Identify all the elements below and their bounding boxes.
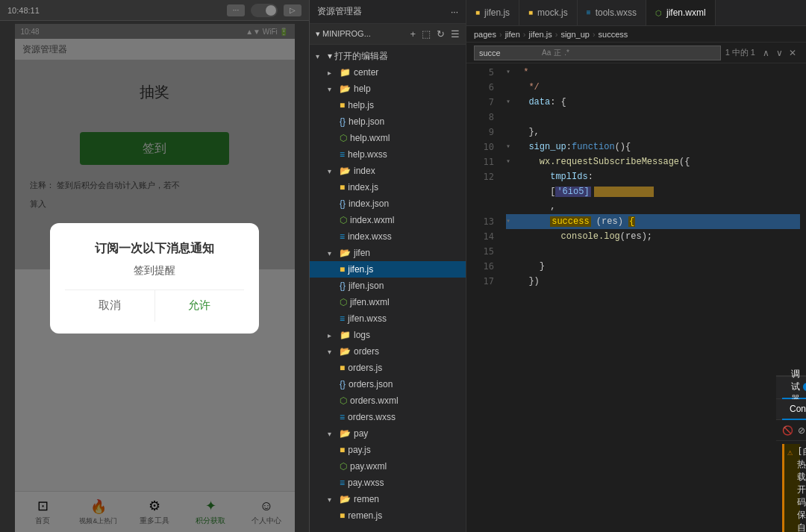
file-help-wxml[interactable]: ⬡ help.wxml (310, 130, 466, 146)
modal-overlay: 订阅一次以下消息通知 签到提醒 取消 允许 (15, 24, 295, 532)
code-area[interactable]: ▾ * */ ▾ data: { }, ▾ sign_up:function()… (500, 63, 806, 532)
folder-jifen[interactable]: ▾ 📂 jifen (310, 245, 466, 261)
breadcrumb-sep4: › (593, 30, 596, 39)
modal-cancel-button[interactable]: 取消 (65, 290, 155, 322)
open-editors-label: ▾ 打开的编辑器 (328, 50, 388, 63)
topbar-menu-btn[interactable]: ··· (227, 4, 245, 16)
regex-btn[interactable]: .* (564, 48, 569, 57)
file-pay-js[interactable]: ■ pay.js (310, 442, 466, 458)
file-pay-wxml[interactable]: ⬡ pay.wxml (310, 458, 466, 475)
search-result: 1 中的 1 (725, 47, 755, 58)
search-input[interactable] (479, 48, 539, 57)
clear-console-btn[interactable]: 🚫 (782, 424, 793, 437)
code-line-10: ▾ sign_up:function(){ (506, 140, 800, 154)
file-orders-wxss[interactable]: ≡ orders.wxss (310, 409, 466, 425)
search-options: Aa 正 .* (542, 48, 569, 58)
jifen-js-icon: ■ (340, 264, 345, 275)
orders-wxml-label: orders.wxml (350, 395, 399, 406)
explorer-more-icon[interactable]: ··· (451, 7, 458, 17)
file-orders-js[interactable]: ■ orders.js (310, 360, 466, 376)
refresh-icon[interactable]: ↻ (437, 28, 445, 40)
remen-js-label: remen.js (348, 510, 382, 521)
search-prev-btn[interactable]: ∧ (760, 47, 772, 59)
add-folder-icon[interactable]: ⬚ (422, 28, 431, 40)
index-json-label: index.json (349, 198, 389, 209)
index-arrow: ▾ (328, 167, 340, 175)
breadcrumb-success[interactable]: success (599, 30, 628, 39)
collapse-icon[interactable]: ☰ (451, 28, 460, 40)
file-remen-js[interactable]: ■ remen.js (310, 507, 466, 524)
pay-js-label: pay.js (348, 445, 370, 455)
line-numbers: 5 6 7 8 9 10 11 12 13 14 15 16 17 (466, 63, 500, 532)
folder-orders[interactable]: ▾ 📂 orders (310, 343, 466, 360)
tab-jifen-js[interactable]: ■ jifen.js (466, 0, 519, 25)
topbar-time: 10:48:11 (7, 6, 40, 15)
subtab-console[interactable]: Console (782, 399, 806, 420)
tab-tools-wxss[interactable]: ≡ tools.wxss (578, 0, 646, 25)
file-index-wxml[interactable]: ⬡ index.wxml (310, 212, 466, 228)
modal-confirm-button[interactable]: 允许 (155, 290, 245, 322)
breadcrumb-jifen[interactable]: jifen (505, 30, 520, 39)
tab-jifen-wxml[interactable]: ⬡ jifen.wxml (646, 0, 716, 25)
search-close-btn[interactable]: ✕ (787, 47, 799, 59)
filter-btn[interactable]: ⊘ (798, 424, 805, 437)
file-jifen-wxml[interactable]: ⬡ jifen.wxml (310, 294, 466, 310)
file-jifen-js[interactable]: ■ jifen.js (310, 261, 466, 278)
topbar-action-btn[interactable]: ▷ (284, 4, 302, 16)
topbar-toggle[interactable] (251, 4, 278, 17)
folder-pay[interactable]: ▾ 📂 pay (310, 425, 466, 442)
tab-jifen-wxml-icon: ⬡ (655, 9, 662, 17)
file-orders-json[interactable]: {} orders.json (310, 376, 466, 392)
remen-folder-label: remen (354, 494, 379, 504)
code-line-13: ▾ success (res) { (506, 214, 800, 229)
orders-wxml-icon: ⬡ (340, 395, 347, 406)
whole-word-btn[interactable]: 正 (554, 48, 561, 58)
file-index-wxss[interactable]: ≡ index.wxss (310, 228, 466, 245)
open-editors-section[interactable]: ▾ ▾ 打开的编辑器 (310, 48, 466, 64)
editor-tabs: ■ jifen.js ■ mock.js ≡ tools.wxss ⬡ jife… (466, 0, 806, 26)
file-index-json[interactable]: {} index.json (310, 195, 466, 212)
folder-center[interactable]: ▸ 📁 center (310, 64, 466, 81)
file-help-js[interactable]: ■ help.js (310, 97, 466, 113)
code-line-17: }) (506, 274, 800, 289)
file-jifen-wxss[interactable]: ≡ jifen.wxss (310, 310, 466, 327)
search-next-btn[interactable]: ∨ (773, 47, 785, 59)
file-index-js[interactable]: ■ index.js (310, 179, 466, 195)
warn-icon-1: ⚠ (787, 447, 793, 457)
tab-mock-js-label: mock.js (537, 7, 568, 18)
folder-logs[interactable]: ▸ 📁 logs (310, 327, 466, 343)
jifen-json-icon: {} (340, 281, 346, 291)
file-orders-wxml[interactable]: ⬡ orders.wxml (310, 392, 466, 409)
help-json-icon: {} (340, 116, 346, 127)
breadcrumb-jifen-js[interactable]: jifen.js (529, 30, 552, 39)
file-help-wxss[interactable]: ≡ help.wxss (310, 146, 466, 163)
folder-index[interactable]: ▾ 📂 index (310, 163, 466, 179)
tab-mock-js[interactable]: ■ mock.js (519, 0, 578, 25)
breadcrumb-sep3: › (555, 30, 558, 39)
mobile-panel: 10:48:11 ··· ▷ 10:48 ▲▼ WiFi 🔋 资源管理器 抽奖 … (0, 0, 310, 532)
add-file-icon[interactable]: + (410, 28, 416, 40)
help-wxss-label: help.wxss (348, 149, 387, 160)
jifen-json-label: jifen.json (349, 281, 384, 291)
code-line-12: tmplIds: (506, 169, 800, 184)
editor-panel: ■ jifen.js ■ mock.js ≡ tools.wxss ⬡ jife… (466, 0, 806, 532)
folder-help[interactable]: ▾ 📂 help (310, 81, 466, 97)
breadcrumb-pages[interactable]: pages (474, 30, 496, 39)
case-sensitive-btn[interactable]: Aa (542, 48, 551, 57)
folder-remen[interactable]: ▾ 📂 remen (310, 491, 466, 507)
index-wxss-label: index.wxss (348, 231, 392, 242)
code-line-8 (506, 110, 800, 125)
devtools-tab-debugger[interactable]: 调试器 2 (782, 377, 806, 399)
breadcrumb-sep1: › (499, 30, 502, 39)
orders-folder-icon: 📂 (340, 346, 351, 357)
debugger-badge: 2 (803, 383, 806, 391)
index-json-icon: {} (340, 198, 346, 209)
remen-js-icon: ■ (340, 510, 345, 521)
index-folder-icon: 📂 (340, 166, 351, 176)
breadcrumb-sign-up[interactable]: sign_up (560, 30, 590, 39)
file-pay-wxss[interactable]: ≡ pay.wxss (310, 475, 466, 491)
explorer-section-label: ▾ MINIPROG... (316, 29, 407, 39)
file-help-json[interactable]: {} help.json (310, 113, 466, 130)
code-line-16: } (506, 259, 800, 274)
file-jifen-json[interactable]: {} jifen.json (310, 278, 466, 294)
